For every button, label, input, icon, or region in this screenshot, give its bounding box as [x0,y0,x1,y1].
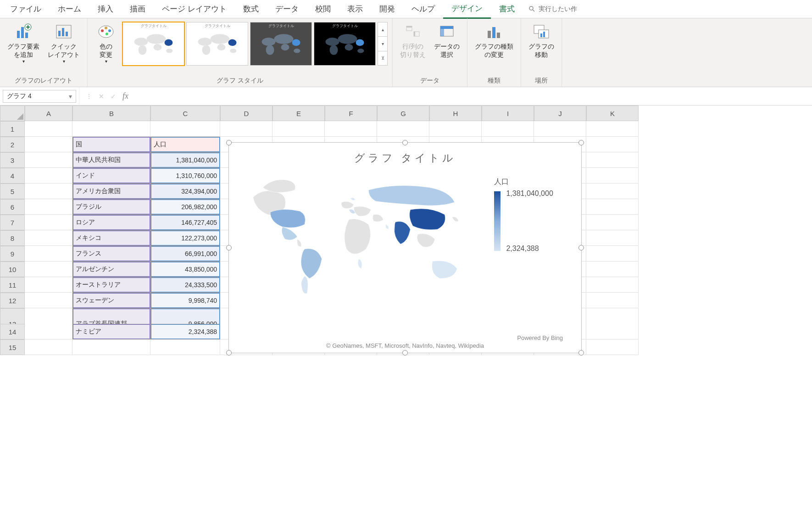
row-header-15[interactable]: 15 [0,339,25,355]
move-chart-button[interactable]: グラフの 移動 [526,20,557,61]
cell-K1[interactable] [586,121,639,137]
quick-layout-button[interactable]: クイック レイアウト ▾ [45,20,83,66]
resize-handle[interactable] [226,350,232,356]
row-header-4[interactable]: 4 [0,168,25,183]
column-header-H[interactable]: H [429,106,482,121]
chart-style-1[interactable]: グラフタイトル [122,22,184,66]
cell-B12[interactable]: スウェーデン [72,293,150,308]
row-header-14[interactable]: 14 [0,324,25,339]
cell-B15[interactable] [72,339,150,355]
cell-C12[interactable]: 9,998,740 [150,293,220,308]
column-header-G[interactable]: G [377,106,429,121]
row-header-1[interactable]: 1 [0,121,25,137]
row-header-8[interactable]: 8 [0,230,25,246]
cell-K12[interactable] [586,293,639,308]
enter-icon[interactable]: ✓ [111,93,116,100]
chart-title[interactable]: グラフ タイトル [229,143,581,168]
row-header-7[interactable]: 7 [0,215,25,230]
tab-insert[interactable]: 挿入 [89,0,122,18]
row-header-5[interactable]: 5 [0,183,25,199]
fx-icon[interactable]: fx [122,91,128,101]
row-header-3[interactable]: 3 [0,152,25,168]
cell-B10[interactable]: アルゼンチン [72,261,150,277]
cell-E1[interactable] [273,121,325,137]
cell-D1[interactable] [220,121,273,137]
column-header-F[interactable]: F [325,106,377,121]
cell-A12[interactable] [25,293,72,308]
cell-K2[interactable] [586,137,639,152]
cell-B9[interactable]: フランス [72,246,150,261]
tab-draw[interactable]: 描画 [122,0,154,18]
tab-home[interactable]: ホーム [50,0,89,18]
add-chart-element-button[interactable]: グラフ要素 を追加 ▾ [5,20,42,66]
cell-A11[interactable] [25,277,72,293]
cell-B8[interactable]: メキシコ [72,230,150,246]
column-header-D[interactable]: D [220,106,273,121]
cell-C14[interactable]: 2,324,388 [150,324,220,339]
row-header-2[interactable]: 2 [0,137,25,152]
cell-A9[interactable] [25,246,72,261]
row-header-6[interactable]: 6 [0,199,25,215]
cell-K5[interactable] [586,183,639,199]
name-box[interactable]: グラフ 4 ▾ [3,90,76,103]
cell-C5[interactable]: 324,394,000 [150,183,220,199]
cell-B4[interactable]: インド [72,168,150,183]
cell-C4[interactable]: 1,310,760,000 [150,168,220,183]
tab-help[interactable]: ヘルプ [403,0,443,18]
cell-B1[interactable] [72,121,150,137]
column-header-E[interactable]: E [273,106,325,121]
resize-handle[interactable] [578,245,584,250]
row-header-12[interactable]: 12 [0,293,25,308]
cell-C9[interactable]: 66,991,000 [150,246,220,261]
tab-formulas[interactable]: 数式 [235,0,267,18]
cell-A4[interactable] [25,168,72,183]
cell-H1[interactable] [429,121,482,137]
gallery-more-button[interactable]: ⊻ [378,51,387,65]
resize-handle[interactable] [226,245,232,250]
select-data-button[interactable]: データの 選択 [431,20,462,61]
column-header-C[interactable]: C [150,106,220,121]
tab-data[interactable]: データ [267,0,307,18]
cell-A10[interactable] [25,261,72,277]
column-header-K[interactable]: K [586,106,639,121]
cell-A1[interactable] [25,121,72,137]
tab-file[interactable]: ファイル [2,0,50,18]
chart-style-4[interactable]: グラフタイトル [314,22,376,66]
cell-B14[interactable]: ナミビア [72,324,150,339]
cell-K6[interactable] [586,199,639,215]
resize-handle[interactable] [226,140,232,145]
change-colors-button[interactable]: 色の 変更 ▾ [92,20,120,66]
cell-A14[interactable] [25,324,72,339]
cell-A15[interactable] [25,339,72,355]
cell-B11[interactable]: オーストラリア [72,277,150,293]
cell-B6[interactable]: ブラジル [72,199,150,215]
formula-bar-input[interactable] [135,90,812,102]
gallery-down-button[interactable]: ▾ [378,37,387,51]
tab-review[interactable]: 校閲 [307,0,339,18]
cell-K14[interactable] [586,324,639,339]
cell-C15[interactable] [150,339,220,355]
column-header-B[interactable]: B [72,106,150,121]
cell-B2[interactable]: 国 [72,137,150,152]
cell-K15[interactable] [586,339,639,355]
row-header-10[interactable]: 10 [0,261,25,277]
resize-handle[interactable] [578,140,584,145]
cell-K9[interactable] [586,246,639,261]
row-header-11[interactable]: 11 [0,277,25,293]
cell-F1[interactable] [325,121,377,137]
cell-A7[interactable] [25,215,72,230]
cell-J1[interactable] [534,121,586,137]
cell-G1[interactable] [377,121,429,137]
cell-B3[interactable]: 中華人民共和国 [72,152,150,168]
column-header-J[interactable]: J [534,106,586,121]
cell-A2[interactable] [25,137,72,152]
row-header-9[interactable]: 9 [0,246,25,261]
worksheet-grid[interactable]: ABCDEFGHIJK12国人口3中華人民共和国1,381,040,0004イン… [0,106,812,355]
resize-handle[interactable] [402,140,408,145]
cell-A3[interactable] [25,152,72,168]
chart-plot-area[interactable] [238,168,494,306]
change-chart-type-button[interactable]: グラフの種類 の変更 [472,20,516,61]
cell-K8[interactable] [586,230,639,246]
cell-C7[interactable]: 146,727,405 [150,215,220,230]
cell-B5[interactable]: アメリカ合衆国 [72,183,150,199]
